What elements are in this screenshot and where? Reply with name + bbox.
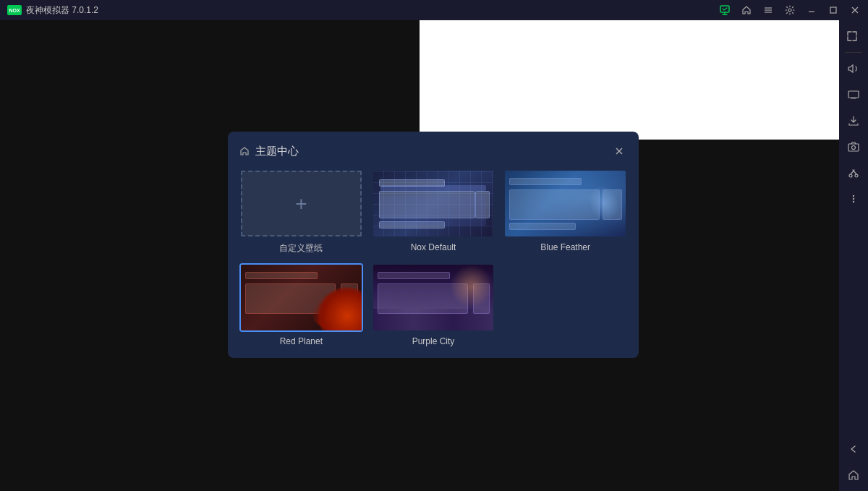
- purple-city-bg: [373, 265, 494, 330]
- svg-point-14: [855, 174, 858, 177]
- app-title: 夜神模拟器 7.0.1.2: [26, 4, 98, 17]
- theme-item-red-planet[interactable]: Red Planet: [239, 263, 363, 346]
- svg-rect-11: [848, 144, 859, 151]
- import-btn[interactable]: [842, 109, 865, 132]
- theme-grid-empty-slot: [503, 263, 627, 346]
- red-planet-bg: [241, 265, 362, 330]
- toolbar-divider-1: [845, 52, 862, 53]
- screenshot-btn[interactable]: [842, 135, 865, 158]
- dialog-title-icon: [239, 146, 250, 156]
- notification-btn[interactable]: [715, 0, 735, 20]
- cut-btn[interactable]: [842, 161, 865, 184]
- svg-point-4: [788, 9, 791, 12]
- svg-point-17: [853, 201, 854, 202]
- dialog-header: 主题中心: [239, 143, 627, 159]
- nox-icon: NOX: [7, 5, 22, 15]
- theme-item-purple-city[interactable]: Purple City: [372, 263, 495, 346]
- dialog-title: 主题中心: [255, 145, 299, 158]
- settings-btn[interactable]: [780, 0, 800, 20]
- titlebar: NOX 夜神模拟器 7.0.1.2: [0, 0, 868, 20]
- back-btn[interactable]: [842, 437, 865, 461]
- menu-btn[interactable]: [758, 0, 778, 20]
- theme-label-blue-feather: Blue Feather: [540, 242, 590, 252]
- svg-rect-9: [848, 91, 859, 98]
- svg-point-15: [853, 195, 854, 197]
- home-btn[interactable]: [736, 0, 757, 20]
- right-toolbar: [839, 20, 868, 491]
- white-panel: [420, 20, 839, 140]
- theme-dialog: 主题中心 + 自定义壁纸: [228, 132, 639, 358]
- more-btn[interactable]: [842, 187, 865, 210]
- theme-grid-row1: + 自定义壁纸 Nox Default: [239, 169, 627, 255]
- home2-btn[interactable]: [842, 464, 865, 487]
- custom-wallpaper-bg: +: [241, 171, 362, 236]
- svg-point-12: [852, 146, 856, 150]
- theme-label-nox-default: Nox Default: [411, 242, 456, 252]
- svg-point-16: [853, 198, 854, 200]
- theme-item-custom[interactable]: + 自定义壁纸: [239, 169, 363, 255]
- volume-btn[interactable]: [842, 57, 865, 80]
- theme-grid-row2: Red Planet Purple City: [239, 263, 627, 346]
- plus-icon: +: [295, 192, 307, 215]
- app-logo: NOX 夜神模拟器 7.0.1.2: [0, 4, 106, 17]
- theme-label-purple-city: Purple City: [412, 336, 455, 346]
- nox-default-bg: [373, 171, 494, 236]
- screen-btn[interactable]: [842, 83, 865, 106]
- theme-thumbnail-red-planet: [239, 263, 363, 332]
- theme-label-red-planet: Red Planet: [280, 336, 323, 346]
- dialog-title-row: 主题中心: [239, 145, 299, 158]
- minimize-btn[interactable]: [801, 0, 822, 20]
- close-btn[interactable]: [845, 0, 865, 20]
- svg-rect-6: [830, 7, 836, 13]
- theme-thumbnail-custom: +: [239, 169, 363, 238]
- theme-thumbnail-purple-city: [372, 263, 495, 332]
- theme-item-blue-feather[interactable]: Blue Feather: [503, 169, 627, 255]
- blue-feather-bg: [505, 171, 626, 236]
- maximize-btn[interactable]: [823, 0, 843, 20]
- theme-label-custom: 自定义壁纸: [279, 242, 323, 255]
- dialog-close-btn[interactable]: [611, 143, 627, 159]
- expand-btn[interactable]: [841, 25, 864, 48]
- titlebar-controls: [715, 0, 868, 20]
- theme-thumbnail-nox-default: [372, 169, 495, 238]
- theme-thumbnail-blue-feather: [503, 169, 627, 238]
- svg-point-13: [849, 174, 852, 177]
- theme-item-nox-default[interactable]: Nox Default: [372, 169, 495, 255]
